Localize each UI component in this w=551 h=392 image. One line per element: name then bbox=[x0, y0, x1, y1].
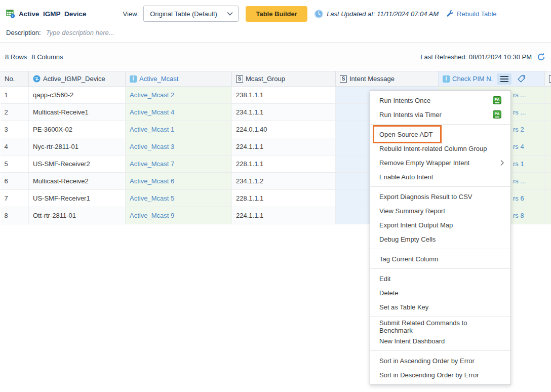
view-label: View: bbox=[123, 10, 139, 18]
menu-item-export-diagnosis-result-to-csv[interactable]: Export Diagnosis Result to CSV bbox=[370, 189, 510, 204]
active-mcast-cell[interactable]: Active_Mcast 1 bbox=[126, 121, 232, 138]
menu-item-label: Remove Empty Wrapper Intent bbox=[379, 159, 469, 167]
menu-item-label: Set as Table Key bbox=[379, 303, 428, 311]
table-header-bar: i Active_IGMP_Device View: Original Tabl… bbox=[0, 0, 551, 43]
menu-group: Export Diagnosis Result to CSVView Summa… bbox=[370, 186, 510, 249]
string-column-icon: S bbox=[340, 75, 347, 83]
partial-column-cell bbox=[545, 173, 551, 190]
device-icon bbox=[33, 75, 41, 83]
menu-group: EditDeleteSet as Table Key bbox=[370, 268, 510, 317]
row-number-cell: 3 bbox=[1, 121, 29, 138]
table-info-bar: 8 Rows8 Columns Last Refreshed: 08/01/20… bbox=[0, 43, 551, 71]
partial-column-cell bbox=[545, 155, 551, 173]
column-header-check-pim[interactable]: I Check PIM N. bbox=[439, 71, 545, 87]
active-mcast-cell[interactable]: Active_Mcast 6 bbox=[126, 173, 232, 190]
menu-item-tag-current-column[interactable]: Tag Current Column bbox=[370, 252, 510, 266]
column-menu-button[interactable] bbox=[497, 73, 511, 85]
wrench-icon bbox=[446, 10, 454, 18]
menu-item-view-summary-report[interactable]: View Summary Report bbox=[370, 204, 510, 218]
menu-item-label: View Summary Report bbox=[379, 207, 445, 215]
active-mcast-cell[interactable]: Active_Mcast 7 bbox=[126, 155, 232, 173]
column-header-active-igmp-device[interactable]: Active_IGMP_Device bbox=[29, 71, 126, 87]
column-header-partial[interactable] bbox=[545, 71, 551, 87]
column-header-mcast-group[interactable]: SMcast_Group bbox=[232, 71, 336, 87]
row-number-cell: 1 bbox=[1, 87, 29, 104]
row-number-cell: 6 bbox=[1, 173, 29, 190]
partial-column-cell bbox=[545, 190, 551, 207]
clock-icon bbox=[314, 9, 324, 19]
menu-item-run-intents-once[interactable]: Run Intents OncePA bbox=[370, 93, 510, 107]
menu-item-rebuild-intent-related-column-group[interactable]: Rebuild Intent-related Column Group bbox=[370, 141, 510, 155]
menu-item-edit[interactable]: Edit bbox=[370, 271, 510, 286]
mcast-group-cell: 238.1.1.1 bbox=[232, 87, 336, 104]
partial-column-cell bbox=[545, 87, 551, 104]
device-cell[interactable]: qapp-c3560-2 bbox=[29, 87, 126, 104]
device-cell[interactable]: PE-3600X-02 bbox=[29, 121, 126, 138]
active-mcast-link[interactable]: Active_Mcast 1 bbox=[130, 126, 174, 133]
active-mcast-link[interactable]: Active_Mcast 4 bbox=[130, 108, 174, 116]
active-mcast-cell[interactable]: Active_Mcast 4 bbox=[126, 104, 232, 121]
active-mcast-cell[interactable]: Active_Mcast 9 bbox=[126, 207, 232, 224]
active-mcast-cell[interactable]: Active_Mcast 3 bbox=[126, 138, 232, 155]
device-cell[interactable]: Ott-rtr-2811-01 bbox=[29, 207, 126, 224]
device-cell[interactable]: Nyc-rtr-2811-01 bbox=[29, 138, 126, 155]
view-dropdown[interactable]: Original Table (Default) bbox=[143, 6, 239, 22]
menu-item-debug-empty-cells[interactable]: Debug Empty Cells bbox=[370, 232, 510, 246]
partial-column-cell bbox=[545, 138, 551, 155]
description-input[interactable]: Type description here... bbox=[46, 29, 114, 36]
menu-item-enable-auto-intent[interactable]: Enable Auto Intent bbox=[370, 170, 510, 184]
table-builder-button[interactable]: Table Builder bbox=[246, 6, 307, 22]
row-number-cell: 4 bbox=[1, 138, 29, 155]
column-header-active-mcast[interactable]: IActive_Mcast bbox=[126, 71, 232, 87]
menu-item-sort-in-ascending-order-by-error[interactable]: Sort in Ascending Order by Error bbox=[370, 354, 510, 368]
mcast-group-cell: 234.1.1.1 bbox=[232, 104, 336, 121]
active-mcast-link[interactable]: Active_Mcast 6 bbox=[130, 177, 174, 185]
string-column-icon bbox=[549, 75, 551, 83]
tag-icon[interactable] bbox=[517, 74, 526, 83]
menu-item-label: New Intent Dashboard bbox=[379, 337, 445, 345]
menu-item-export-intent-output-map[interactable]: Export Intent Output Map bbox=[370, 218, 510, 232]
chevron-right-icon bbox=[500, 160, 504, 166]
active-mcast-link[interactable]: Active_Mcast 9 bbox=[130, 212, 174, 219]
svg-text:i: i bbox=[12, 14, 13, 18]
menu-item-label: Run Intents via Timer bbox=[379, 111, 442, 119]
menu-item-label: Submit Related Commands to Benchmark bbox=[379, 319, 501, 334]
mcast-group-cell: 228.1.1.1 bbox=[232, 155, 336, 173]
menu-item-label: Tag Current Column bbox=[379, 255, 438, 263]
menu-item-run-intents-via-timer[interactable]: Run Intents via TimerPA bbox=[370, 107, 510, 122]
active-mcast-link[interactable]: Active_Mcast 2 bbox=[130, 91, 174, 99]
device-cell[interactable]: US-SMF-Receiver1 bbox=[29, 190, 126, 207]
column-context-menu: Run Intents OncePARun Intents via TimerP… bbox=[370, 90, 511, 385]
menu-item-label: Sort in Descending Order by Error bbox=[379, 371, 479, 379]
menu-item-remove-empty-wrapper-intent[interactable]: Remove Empty Wrapper Intent bbox=[370, 155, 510, 170]
menu-item-submit-related-commands-to-benchmark[interactable]: Submit Related Commands to Benchmark bbox=[370, 320, 510, 334]
menu-item-new-intent-dashboard[interactable]: New Intent Dashboard bbox=[370, 334, 510, 348]
chevron-down-icon bbox=[227, 12, 233, 16]
refresh-icon[interactable] bbox=[536, 52, 546, 62]
mcast-group-cell: 234.1.1.2 bbox=[232, 173, 336, 190]
menu-item-delete[interactable]: Delete bbox=[370, 286, 510, 300]
menu-item-label: Rebuild Intent-related Column Group bbox=[379, 145, 487, 152]
menu-item-set-as-table-key[interactable]: Set as Table Key bbox=[370, 300, 510, 314]
menu-item-label: Open Source ADT bbox=[379, 131, 433, 138]
partial-column-cell bbox=[545, 104, 551, 121]
menu-group: Open Source ADTRebuild Intent-related Co… bbox=[370, 124, 510, 186]
partial-column-cell bbox=[545, 121, 551, 138]
columns-count: 8 Columns bbox=[31, 53, 63, 61]
last-refreshed-text: Last Refreshed: 08/01/2024 10:30 PM bbox=[420, 53, 532, 61]
menu-item-open-source-adt[interactable]: Open Source ADT bbox=[370, 127, 510, 141]
menu-item-label: Enable Auto Intent bbox=[379, 173, 433, 181]
active-mcast-link[interactable]: Active_Mcast 5 bbox=[130, 194, 174, 202]
menu-item-label: Edit bbox=[379, 275, 390, 283]
column-header-intent-message[interactable]: SIntent Message bbox=[336, 71, 439, 87]
device-cell[interactable]: US-SMF-Receiver2 bbox=[29, 155, 126, 173]
active-mcast-link[interactable]: Active_Mcast 7 bbox=[130, 160, 174, 168]
column-header-no[interactable]: No. bbox=[1, 71, 29, 87]
device-cell[interactable]: Multicast-Receive1 bbox=[29, 104, 126, 121]
active-mcast-cell[interactable]: Active_Mcast 5 bbox=[126, 190, 232, 207]
menu-item-sort-in-descending-order-by-error[interactable]: Sort in Descending Order by Error bbox=[370, 368, 510, 382]
active-mcast-link[interactable]: Active_Mcast 3 bbox=[130, 143, 174, 150]
active-mcast-cell[interactable]: Active_Mcast 2 bbox=[126, 87, 232, 104]
rebuild-table-link[interactable]: Rebuild Table bbox=[446, 10, 497, 18]
device-cell[interactable]: Multicast-Receive2 bbox=[29, 173, 126, 190]
